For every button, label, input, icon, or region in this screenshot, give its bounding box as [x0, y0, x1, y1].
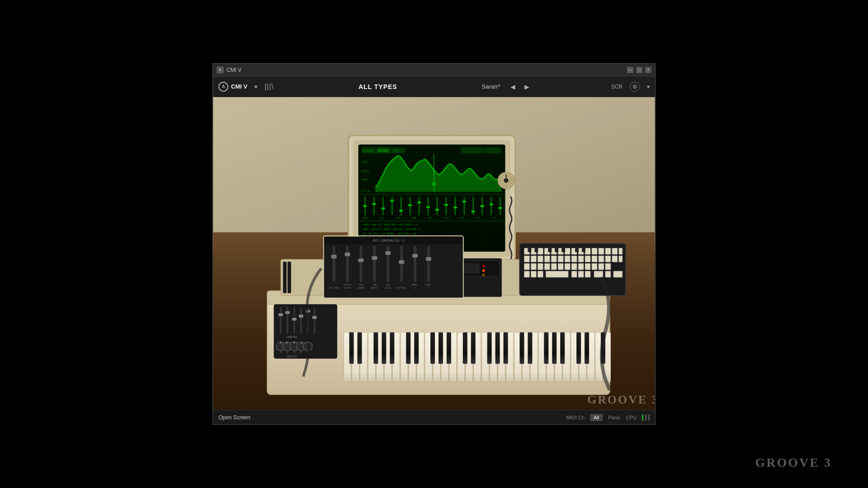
svg-rect-294: [576, 332, 581, 364]
svg-rect-164: [612, 248, 618, 254]
svg-rect-186: [558, 263, 563, 270]
cpu-meter: [642, 414, 650, 421]
logo-text: CMI V: [231, 83, 247, 90]
panic-label[interactable]: Panic: [608, 415, 621, 420]
svg-text:LOOP: FWD   ST:  0000   END: F: LOOP: FWD ST: 0000 END: FFFF ROOT: C4: [363, 223, 418, 226]
svg-rect-219: [299, 315, 303, 318]
next-preset-button[interactable]: ▶: [522, 82, 532, 91]
svg-rect-61: [372, 203, 376, 205]
title-bar: ■ CMI V — □ ×: [213, 64, 655, 76]
close-button[interactable]: ×: [645, 67, 651, 73]
svg-point-93: [504, 178, 509, 183]
svg-rect-276: [373, 332, 378, 364]
svg-rect-157: [565, 248, 570, 254]
svg-text:FILT: FILT: [444, 216, 449, 219]
open-screen-button[interactable]: Open Screen: [218, 414, 250, 421]
all-types-filter[interactable]: ALL TYPES: [353, 81, 403, 92]
svg-text:AMP: AMP: [428, 216, 432, 219]
logo-area[interactable]: A CMI V: [218, 82, 247, 92]
svg-line-232: [302, 342, 302, 344]
svg-text:5: 5: [300, 351, 302, 353]
svg-rect-203: [613, 271, 623, 277]
svg-text:STOP: STOP: [393, 149, 400, 152]
svg-text:AUX: AUX: [386, 283, 390, 286]
svg-rect-175: [585, 256, 590, 262]
svg-rect-201: [594, 271, 603, 277]
svg-rect-56: [473, 197, 474, 215]
svg-rect-279: [406, 332, 410, 364]
svg-rect-66: [417, 202, 421, 203]
window-title: CMI V: [226, 67, 627, 73]
svg-rect-120: [331, 255, 337, 258]
midi-ch-label: MIDI Ch: [566, 415, 585, 420]
svg-rect-196: [538, 271, 543, 277]
svg-rect-53: [446, 197, 447, 215]
svg-rect-284: [463, 332, 467, 364]
svg-rect-171: [558, 256, 563, 262]
svg-rect-214: [287, 307, 288, 334]
menu-bar: A CMI V |||\ ALL TYPES Sararr* ◀ ▶ SCR ⚙…: [213, 76, 655, 97]
svg-rect-190: [585, 263, 590, 270]
svg-rect-291: [544, 332, 548, 364]
svg-text:RECORD: RECORD: [378, 149, 388, 152]
svg-rect-205: [534, 248, 538, 252]
svg-rect-50: [419, 197, 420, 215]
svg-text:▶ PLAY: ▶ PLAY: [363, 149, 373, 152]
svg-text:3: 3: [293, 351, 295, 353]
svg-rect-222: [314, 307, 316, 334]
all-button[interactable]: All: [590, 414, 603, 421]
svg-rect-281: [430, 332, 435, 364]
menu-bars-icon[interactable]: |||\: [264, 83, 274, 91]
window-controls: — □ ×: [627, 67, 651, 73]
svg-rect-290: [528, 332, 532, 364]
preset-name[interactable]: Sararr*: [482, 83, 500, 90]
svg-rect-223: [312, 316, 317, 319]
svg-rect-60: [363, 205, 367, 207]
svg-text:LEVEL: LEVEL: [385, 286, 392, 289]
svg-rect-202: [605, 271, 611, 277]
svg-rect-180: [619, 256, 623, 262]
svg-rect-206: [548, 248, 552, 252]
svg-rect-212: [280, 307, 282, 334]
svg-text:1: 1: [280, 351, 281, 353]
cpu-label: CPU: [626, 415, 637, 420]
svg-rect-282: [439, 332, 443, 364]
svg-rect-49: [410, 197, 410, 215]
svg-rect-274: [349, 332, 354, 364]
svg-text:VIB: VIB: [373, 283, 377, 286]
svg-rect-174: [578, 256, 584, 262]
groove3-watermark: GROOVE 3: [755, 455, 832, 470]
svg-rect-191: [592, 263, 597, 270]
settings-button[interactable]: ⚙: [630, 82, 640, 92]
svg-rect-215: [285, 311, 290, 314]
svg-text:VEL: VEL: [380, 216, 384, 219]
prev-preset-button[interactable]: ◀: [508, 82, 518, 91]
svg-rect-135: [385, 251, 391, 255]
svg-rect-275: [357, 332, 362, 364]
svg-rect-207: [555, 248, 558, 252]
svg-text:2: 2: [428, 286, 429, 289]
svg-text:Mode: Mode: [361, 178, 368, 181]
minimize-button[interactable]: —: [627, 67, 633, 73]
svg-text:TUNE: TUNE: [411, 216, 417, 219]
svg-rect-285: [471, 332, 476, 364]
svg-rect-69: [444, 204, 448, 206]
svg-rect-187: [565, 263, 570, 270]
svg-text:FX: FX: [493, 216, 495, 219]
svg-rect-71: [462, 201, 466, 202]
scr-label[interactable]: SCR: [611, 84, 623, 90]
svg-text:VIB: VIB: [359, 283, 363, 286]
svg-rect-278: [390, 332, 394, 364]
svg-rect-65: [408, 204, 412, 206]
svg-rect-142: [412, 254, 418, 258]
svg-text:DEPTH: DEPTH: [371, 286, 378, 289]
instrument-display: ▶ PLAY RECORD STOP Keyb Audio Mode Pitch: [213, 97, 655, 410]
svg-rect-179: [612, 256, 618, 262]
menu-chevron-icon[interactable]: ▾: [647, 84, 650, 90]
svg-rect-210: [582, 248, 585, 252]
maximize-button[interactable]: □: [636, 67, 642, 73]
svg-rect-48: [401, 197, 401, 215]
svg-rect-194: [524, 271, 529, 277]
app-icon: ■: [217, 66, 224, 74]
svg-rect-70: [453, 206, 457, 208]
